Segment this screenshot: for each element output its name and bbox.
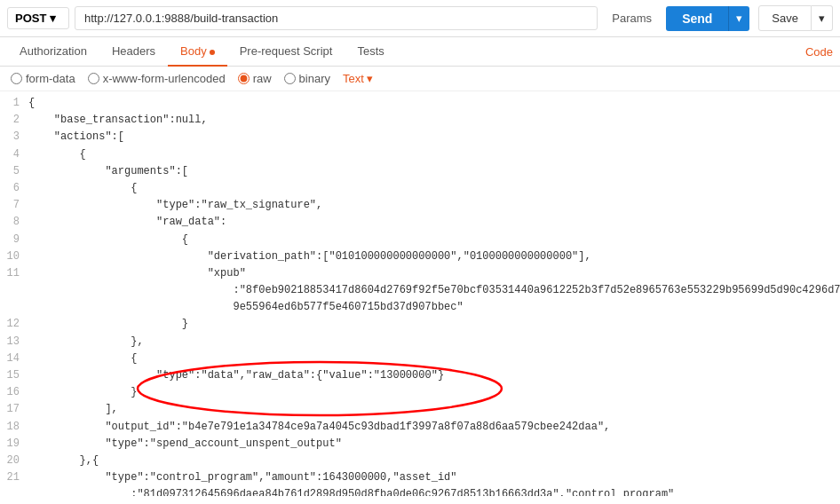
xwww-radio[interactable] (88, 73, 99, 84)
line-11c: 9e55964ed6b577f5e460715bd37d907bbec" (0, 299, 840, 316)
line-16: 16 } (0, 384, 840, 401)
tab-bar: Authorization Headers Body Pre-request S… (0, 37, 840, 67)
line-9: 9 { (0, 232, 840, 248)
xwww-label: x-www-form-urlencoded (103, 72, 226, 85)
raw-radio[interactable] (238, 73, 250, 84)
text-chevron-icon: ▾ (367, 72, 373, 85)
url-bar: POST ▾ Params Send ▾ Save ▾ (0, 0, 840, 37)
tab-authorization-label: Authorization (20, 44, 87, 58)
tab-tests-label: Tests (357, 44, 384, 58)
save-btn-group: Save ▾ (758, 5, 833, 31)
tab-authorization[interactable]: Authorization (7, 37, 99, 67)
tab-tests[interactable]: Tests (345, 37, 396, 67)
line-21b: :"81d097312645696daea84b761d2898d950d8fb… (0, 486, 840, 496)
raw-option[interactable]: raw (238, 72, 272, 85)
line-4: 4 { (0, 146, 840, 163)
method-label: POST (15, 12, 46, 25)
line-3: 3 "actions":[ (0, 129, 840, 146)
form-data-label: form-data (26, 72, 75, 85)
url-input[interactable] (75, 6, 598, 30)
binary-label: binary (299, 72, 330, 85)
line-2: 2 "base_transaction":null, (0, 112, 840, 129)
line-5: 5 "arguments":[ (0, 163, 840, 180)
body-dot (210, 50, 215, 55)
line-11b: :"8f0eb90218853417d8604d2769f92f5e70bcf0… (0, 282, 840, 299)
binary-radio[interactable] (284, 73, 296, 84)
method-chevron-icon: ▾ (50, 12, 56, 25)
line-14: 14 { (0, 350, 840, 367)
send-btn-group: Send ▾ (666, 6, 749, 31)
line-21: 21 "type":"control_program","amount":164… (0, 469, 840, 486)
raw-label: raw (253, 72, 272, 85)
tab-headers-label: Headers (112, 44, 155, 58)
binary-option[interactable]: binary (284, 72, 330, 85)
line-17: 17 ], (0, 401, 840, 418)
save-dropdown-button[interactable]: ▾ (812, 5, 833, 31)
line-12: 12 } (0, 316, 840, 333)
line-13: 13 }, (0, 334, 840, 350)
text-dropdown[interactable]: Text ▾ (343, 72, 373, 85)
send-dropdown-button[interactable]: ▾ (728, 6, 749, 31)
tab-prerequest[interactable]: Pre-request Script (227, 37, 345, 67)
line-8: 8 "raw_data": (0, 214, 840, 231)
line-7: 7 "type":"raw_tx_signature", (0, 197, 840, 214)
xwww-option[interactable]: x-www-form-urlencoded (88, 72, 226, 85)
tab-prerequest-label: Pre-request Script (240, 44, 333, 58)
line-15: 15 "type":"data","raw_data":{"value":"13… (0, 367, 840, 384)
tab-body-label: Body (180, 44, 207, 58)
params-button[interactable]: Params (603, 7, 661, 29)
code-link[interactable]: Code (805, 38, 833, 66)
line-11: 11 "xpub" (0, 265, 840, 282)
method-select[interactable]: POST ▾ (7, 7, 69, 29)
line-6: 6 { (0, 180, 840, 197)
body-options: form-data x-www-form-urlencoded raw bina… (0, 67, 840, 91)
line-20: 20 },{ (0, 453, 840, 469)
line-1: 1 { (0, 95, 840, 112)
send-button[interactable]: Send (666, 6, 728, 31)
line-19: 19 "type":"spend_account_unspent_output" (0, 436, 840, 453)
line-18: 18 "output_id":"b4e7e791e1a34784ce9a7a40… (0, 419, 840, 436)
tab-body[interactable]: Body (168, 37, 227, 67)
text-dropdown-label: Text (343, 72, 364, 85)
line-10: 10 "derivation_path":["01010000000000000… (0, 248, 840, 265)
tab-headers[interactable]: Headers (99, 37, 168, 67)
form-data-option[interactable]: form-data (11, 72, 75, 85)
code-editor[interactable]: 1 { 2 "base_transaction":null, 3 "action… (0, 91, 840, 496)
save-button[interactable]: Save (758, 5, 812, 31)
form-data-radio[interactable] (11, 73, 22, 84)
